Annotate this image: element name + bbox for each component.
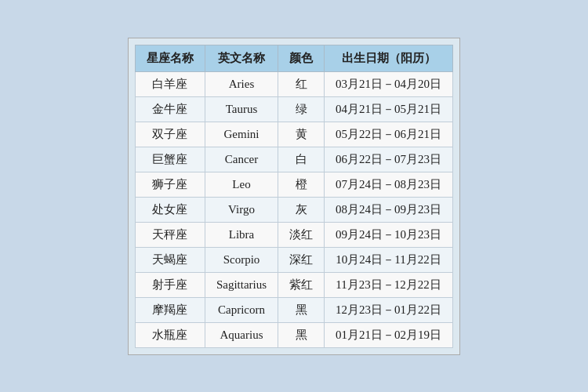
- cell-color: 淡红: [278, 222, 325, 247]
- table-row: 摩羯座Capricorn黑12月23日－01月22日: [135, 297, 452, 322]
- cell-dates: 04月21日－05月21日: [325, 96, 453, 122]
- cell-chinese-name: 白羊座: [135, 71, 205, 96]
- cell-color: 黑: [278, 297, 325, 322]
- cell-english-name: Virgo: [205, 197, 278, 222]
- cell-chinese-name: 巨蟹座: [135, 147, 205, 172]
- cell-dates: 12月23日－01月22日: [325, 297, 453, 322]
- table-row: 双子座Gemini黄05月22日－06月21日: [135, 122, 452, 147]
- cell-color: 白: [278, 147, 325, 172]
- header-color: 颜色: [278, 45, 325, 71]
- table-header-row: 星座名称 英文名称 颜色 出生日期（阳历）: [135, 45, 452, 71]
- cell-color: 绿: [278, 96, 325, 122]
- cell-dates: 11月23日－12月22日: [325, 272, 453, 297]
- table-row: 白羊座Aries红03月21日－04月20日: [135, 71, 452, 96]
- cell-chinese-name: 双子座: [135, 122, 205, 147]
- cell-dates: 09月24日－10月23日: [325, 222, 453, 247]
- cell-chinese-name: 天秤座: [135, 222, 205, 247]
- cell-dates: 10月24日－11月22日: [325, 247, 453, 272]
- cell-english-name: Aries: [205, 71, 278, 96]
- table-row: 水瓶座Aquarius黑01月21日－02月19日: [135, 322, 452, 347]
- cell-english-name: Sagittarius: [205, 272, 278, 297]
- table-row: 处女座Virgo灰08月24日－09月23日: [135, 197, 452, 222]
- header-chinese-name: 星座名称: [135, 45, 205, 71]
- cell-chinese-name: 水瓶座: [135, 322, 205, 347]
- table-row: 天秤座Libra淡红09月24日－10月23日: [135, 222, 452, 247]
- cell-chinese-name: 射手座: [135, 272, 205, 297]
- cell-chinese-name: 狮子座: [135, 172, 205, 197]
- cell-dates: 08月24日－09月23日: [325, 197, 453, 222]
- table-row: 天蝎座Scorpio深红10月24日－11月22日: [135, 247, 452, 272]
- table-row: 射手座Sagittarius紫红11月23日－12月22日: [135, 272, 452, 297]
- cell-english-name: Scorpio: [205, 247, 278, 272]
- table-row: 狮子座Leo橙07月24日－08月23日: [135, 172, 452, 197]
- cell-color: 深红: [278, 247, 325, 272]
- header-dates: 出生日期（阳历）: [325, 45, 453, 71]
- table-row: 巨蟹座Cancer白06月22日－07月23日: [135, 147, 452, 172]
- cell-color: 紫红: [278, 272, 325, 297]
- cell-dates: 01月21日－02月19日: [325, 322, 453, 347]
- cell-english-name: Gemini: [205, 122, 278, 147]
- cell-english-name: Taurus: [205, 96, 278, 122]
- cell-english-name: Cancer: [205, 147, 278, 172]
- table-body: 白羊座Aries红03月21日－04月20日金牛座Taurus绿04月21日－0…: [135, 71, 452, 347]
- cell-color: 黄: [278, 122, 325, 147]
- table-row: 金牛座Taurus绿04月21日－05月21日: [135, 96, 452, 122]
- cell-color: 灰: [278, 197, 325, 222]
- zodiac-table: 星座名称 英文名称 颜色 出生日期（阳历） 白羊座Aries红03月21日－04…: [135, 45, 453, 348]
- header-english-name: 英文名称: [205, 45, 278, 71]
- cell-chinese-name: 天蝎座: [135, 247, 205, 272]
- cell-dates: 07月24日－08月23日: [325, 172, 453, 197]
- cell-chinese-name: 处女座: [135, 197, 205, 222]
- cell-chinese-name: 金牛座: [135, 96, 205, 122]
- zodiac-table-container: 星座名称 英文名称 颜色 出生日期（阳历） 白羊座Aries红03月21日－04…: [128, 38, 460, 355]
- cell-english-name: Capricorn: [205, 297, 278, 322]
- cell-color: 红: [278, 71, 325, 96]
- cell-english-name: Libra: [205, 222, 278, 247]
- cell-dates: 06月22日－07月23日: [325, 147, 453, 172]
- cell-chinese-name: 摩羯座: [135, 297, 205, 322]
- cell-english-name: Leo: [205, 172, 278, 197]
- cell-color: 黑: [278, 322, 325, 347]
- cell-dates: 05月22日－06月21日: [325, 122, 453, 147]
- cell-color: 橙: [278, 172, 325, 197]
- cell-dates: 03月21日－04月20日: [325, 71, 453, 96]
- cell-english-name: Aquarius: [205, 322, 278, 347]
